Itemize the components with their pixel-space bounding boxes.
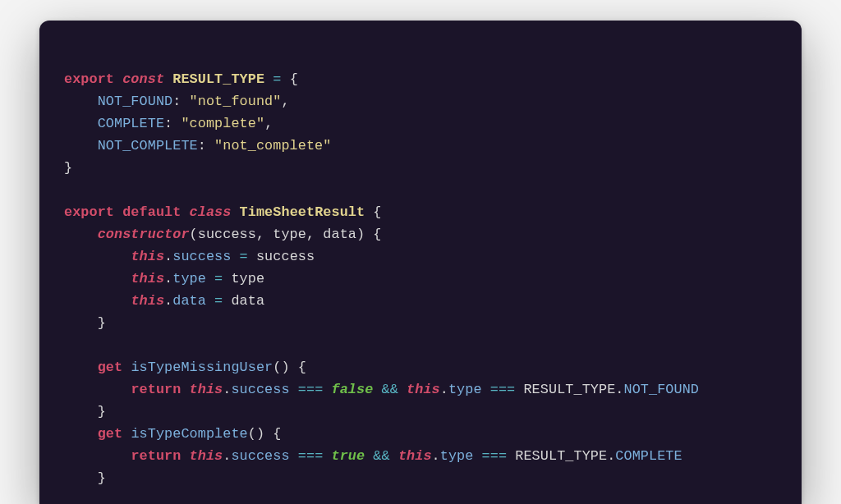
keyword-default: default xyxy=(122,204,181,220)
code-editor-window: export const RESULT_TYPE = { NOT_FOUND: … xyxy=(39,21,802,504)
brace-close: } xyxy=(98,404,106,419)
operator-assign: = xyxy=(264,71,290,87)
string-not-found: "not_found" xyxy=(190,94,282,109)
brace-open: { xyxy=(373,204,381,220)
keyword-get: get xyxy=(98,360,123,375)
ref-type: type xyxy=(231,271,264,286)
keyword-class: class xyxy=(190,204,232,220)
keyword-this: this xyxy=(131,293,164,309)
operator-strict-eq: === xyxy=(290,448,332,464)
string-not-complete: "not_complete" xyxy=(214,138,331,153)
keyword-get: get xyxy=(98,426,123,442)
string-complete: "complete" xyxy=(181,116,264,131)
operator-strict-eq: === xyxy=(473,448,515,464)
operator-and: && xyxy=(373,382,407,397)
brace-close: } xyxy=(64,160,72,176)
prop-not-complete: NOT_COMPLETE xyxy=(98,138,198,153)
keyword-this: this xyxy=(190,382,223,397)
brace-open: { xyxy=(373,227,381,242)
brace-close: } xyxy=(98,315,106,331)
member-success: success xyxy=(231,382,289,397)
member-type: type xyxy=(440,448,474,464)
operator-strict-eq: === xyxy=(482,382,524,397)
operator-assign: = xyxy=(206,271,232,286)
keyword-return: return xyxy=(131,448,181,464)
keyword-this: this xyxy=(190,448,223,464)
keyword-this: this xyxy=(407,382,440,397)
param-type: type xyxy=(273,227,306,242)
member-type: type xyxy=(448,382,482,397)
operator-assign: = xyxy=(206,293,232,309)
keyword-export: export xyxy=(64,71,114,87)
operator-strict-eq: === xyxy=(290,382,332,397)
member-complete: COMPLETE xyxy=(615,448,682,464)
prop-not-found: NOT_FOUND xyxy=(98,94,173,109)
member-success: success xyxy=(172,249,231,264)
keyword-export: export xyxy=(64,204,114,220)
ref-data: data xyxy=(231,293,264,309)
keyword-const: const xyxy=(122,71,164,87)
param-data: data xyxy=(323,227,356,242)
brace-close: } xyxy=(98,470,106,486)
operator-and: && xyxy=(365,448,398,464)
member-success: success xyxy=(231,448,289,464)
member-not-found: NOT_FOUND xyxy=(624,382,700,397)
keyword-this: this xyxy=(131,271,164,286)
prop-complete: COMPLETE xyxy=(98,116,164,131)
member-data: data xyxy=(172,293,206,309)
brace-open: { xyxy=(298,360,306,375)
param-success: success xyxy=(198,227,256,242)
code-content[interactable]: export const RESULT_TYPE = { NOT_FOUND: … xyxy=(39,21,802,504)
getter-istypecomplete: isTypeComplete xyxy=(131,426,247,442)
ref-success: success xyxy=(256,249,315,264)
ref-result-type: RESULT_TYPE xyxy=(523,382,615,397)
const-result-type: RESULT_TYPE xyxy=(172,71,264,87)
getter-istypemissinguser: isTypeMissingUser xyxy=(131,360,273,375)
keyword-this: this xyxy=(398,448,432,464)
class-timesheetresult: TimeSheetResult xyxy=(240,204,365,220)
ref-result-type: RESULT_TYPE xyxy=(515,448,607,464)
literal-false: false xyxy=(332,382,374,397)
brace-open: { xyxy=(290,71,298,87)
operator-assign: = xyxy=(231,249,256,264)
literal-true: true xyxy=(332,448,365,464)
keyword-this: this xyxy=(131,249,164,264)
keyword-return: return xyxy=(131,382,181,397)
brace-open: { xyxy=(273,426,281,442)
member-type: type xyxy=(172,271,206,286)
keyword-constructor: constructor xyxy=(98,227,190,242)
